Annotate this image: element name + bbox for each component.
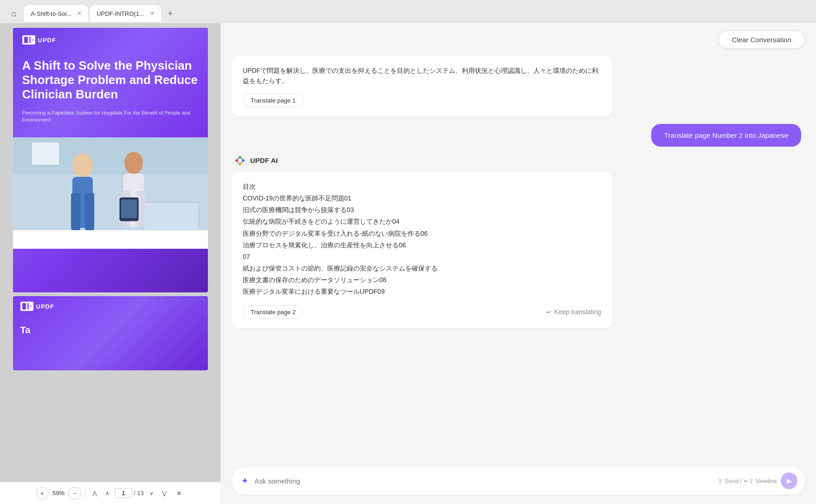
chat-panel: Clear Conversation UPDFで問題を解決し、医療での支出を抑え…	[220, 23, 816, 504]
zoom-value: 59%	[52, 490, 65, 497]
svg-point-25	[239, 162, 241, 165]
updf-logo: UPDF	[22, 35, 199, 45]
ai-response-page1: UPDFで問題を解決し、医療での支出を抑えることを目的としたシステム、利用状況と…	[232, 56, 612, 116]
updf-logo-text-2: UPDF	[36, 303, 54, 310]
toolbar-close-button[interactable]: ✕	[174, 488, 185, 499]
user-message: Translate page Number 2 into Japanese	[651, 124, 801, 147]
send-arrow-icon: ▶	[787, 477, 792, 485]
chat-input-area: ✦ ⇧ Send / ↵⇧ Newline ▶	[220, 461, 816, 504]
translate-page2-label: Translate page 2	[251, 309, 296, 316]
page-number-input[interactable]: 1	[115, 488, 132, 498]
home-icon: ⌂	[12, 9, 17, 19]
ai-line-2: 旧式の医療機関は競争から脱落する03	[243, 204, 601, 216]
nav-first-button[interactable]: ⋀	[89, 488, 100, 499]
pdf-page-1: UPDF A Shift to Solve the Physician Shor…	[13, 28, 208, 292]
nav-prev-button[interactable]: ∧	[102, 488, 113, 499]
ai-line-4: 医療分野でのデジタル変革を受け入れる-紙のない病院を作る06	[243, 228, 601, 239]
main-layout: UPDF A Shift to Solve the Physician Shor…	[0, 23, 816, 504]
page-total: 13	[137, 490, 144, 497]
send-button[interactable]: ▶	[781, 472, 797, 489]
svg-point-24	[239, 156, 241, 159]
close-icon: ✕	[176, 490, 182, 497]
nav-last-button[interactable]: ⋁	[159, 488, 170, 499]
ai-line-3: 伝統的な病院が手続きをどのように運営してきたか04	[243, 216, 601, 227]
ai-brand-label: UPDF AI	[232, 154, 805, 167]
pdf-page-2-title: Ta	[20, 325, 201, 336]
tab-1-label: A-Shift-to-Sol...	[31, 10, 71, 17]
svg-rect-10	[85, 193, 94, 230]
ai-line-7: 紙および保管コストの節約、医療記録の安全なシステムを確保する	[243, 263, 601, 274]
zoom-display: 59%	[52, 490, 65, 497]
svg-point-22	[235, 159, 238, 162]
send-shortcut-label: ⇧ Send / ↵⇧ Newline	[718, 478, 777, 485]
nav-next-button[interactable]: ∨	[146, 488, 157, 499]
keep-translating-label: Keep translating	[554, 308, 601, 316]
zoom-out-button[interactable]: −	[68, 487, 81, 500]
svg-point-23	[242, 159, 245, 162]
pdf-image-area	[13, 137, 208, 249]
ai-line-9: 医療デジタル変革における重要なツールUPDF09	[243, 286, 601, 297]
tab-bar: ⌂ A-Shift-to-Sol... ✕ UPDF-INTRO(1... ✕ …	[0, 0, 816, 23]
zoom-in-button[interactable]: +	[36, 487, 49, 500]
translate-page1-chip[interactable]: Translate page 1	[243, 94, 304, 107]
pdf-subtitle: Perceiving a Paperless System for Hospit…	[22, 110, 199, 124]
tab-2-label: UPDF-INTRO(1...	[97, 10, 144, 17]
chat-header: Clear Conversation	[220, 23, 816, 56]
toolbar-divider-1	[85, 489, 85, 498]
home-button[interactable]: ⌂	[6, 5, 22, 22]
tab-2-close[interactable]: ✕	[150, 10, 155, 17]
ai-line-5: 治療プロセスを簡素化し、治療の生産性を向上させる06	[243, 239, 601, 251]
ai-line-0: 目次	[243, 181, 601, 193]
ai-line-8: 医療文書の保存のためのデータソリューション08	[243, 274, 601, 286]
svg-rect-17	[13, 230, 208, 249]
zoom-out-icon: −	[73, 490, 77, 497]
updf-logo-text: UPDF	[38, 37, 56, 44]
pdf-title: A Shift to Solve the Physician Shortage …	[22, 58, 199, 102]
zoom-in-icon: +	[40, 490, 44, 497]
ai-brand-text: UPDF AI	[250, 156, 278, 164]
svg-rect-9	[71, 193, 80, 230]
updf-logo-icon-2	[20, 302, 33, 311]
ai-line-6: 07	[243, 251, 601, 263]
svg-rect-5	[32, 142, 59, 165]
ai-content-actions: Translate page 2 ↩ Keep translating	[243, 305, 601, 319]
updf-logo-2: UPDF	[20, 302, 201, 311]
tab-1[interactable]: A-Shift-to-Sol... ✕	[24, 5, 88, 22]
keep-translating-arrow: ↩	[546, 309, 551, 316]
user-message-wrapper: Translate page Number 2 into Japanese	[232, 124, 805, 147]
svg-point-7	[72, 153, 93, 177]
pdf-page-2: UPDF Ta	[13, 296, 208, 370]
ai-content-bubble: 目次COVID-19の世界的な医師不足問題01旧式の医療機関は競争から脱落する0…	[232, 172, 612, 328]
chat-input-container: ✦ ⇧ Send / ↵⇧ Newline ▶	[232, 467, 805, 495]
add-icon: +	[168, 9, 173, 19]
pdf-image-placeholder	[13, 137, 208, 249]
send-area: ⇧ Send / ↵⇧ Newline ▶	[718, 472, 797, 489]
svg-rect-19	[27, 303, 29, 310]
ai-content-text: 目次COVID-19の世界的な医師不足問題01旧式の医療機関は競争から脱落する0…	[243, 181, 601, 298]
chat-messages: UPDFで問題を解決し、医療での支出を抑えることを目的としたシステム、利用状況と…	[220, 56, 816, 461]
svg-rect-1	[29, 37, 31, 43]
svg-rect-16	[121, 200, 137, 218]
tab-2[interactable]: UPDF-INTRO(1... ✕	[90, 5, 161, 22]
updf-logo-icon	[22, 35, 35, 45]
svg-rect-20	[30, 305, 32, 308]
clear-conversation-button[interactable]: Clear Conversation	[719, 31, 805, 49]
svg-rect-18	[22, 303, 26, 310]
pdf-pages: UPDF A Shift to Solve the Physician Shor…	[0, 23, 220, 482]
updf-ai-icon	[233, 154, 246, 167]
page-separator: /	[134, 490, 136, 497]
page-nav: ⋀ ∧ 1 / 13 ∨ ⋁	[89, 488, 170, 499]
spark-icon: ✦	[241, 475, 249, 486]
translate-page1-label: Translate page 1	[251, 97, 296, 104]
ai-line-1: COVID-19の世界的な医師不足問題01	[243, 193, 601, 204]
svg-rect-6	[143, 202, 199, 230]
chat-input[interactable]	[254, 477, 712, 485]
new-tab-button[interactable]: +	[163, 6, 178, 21]
tab-1-close[interactable]: ✕	[77, 10, 82, 17]
svg-rect-2	[32, 39, 33, 41]
keep-translating-button[interactable]: ↩ Keep translating	[546, 308, 601, 316]
pdf-panel: UPDF A Shift to Solve the Physician Shor…	[0, 23, 220, 504]
ai-response-page1-text: UPDFで問題を解決し、医療での支出を抑えることを目的としたシステム、利用状況と…	[243, 65, 601, 86]
translate-page2-chip[interactable]: Translate page 2	[243, 305, 304, 319]
svg-rect-0	[24, 37, 28, 43]
